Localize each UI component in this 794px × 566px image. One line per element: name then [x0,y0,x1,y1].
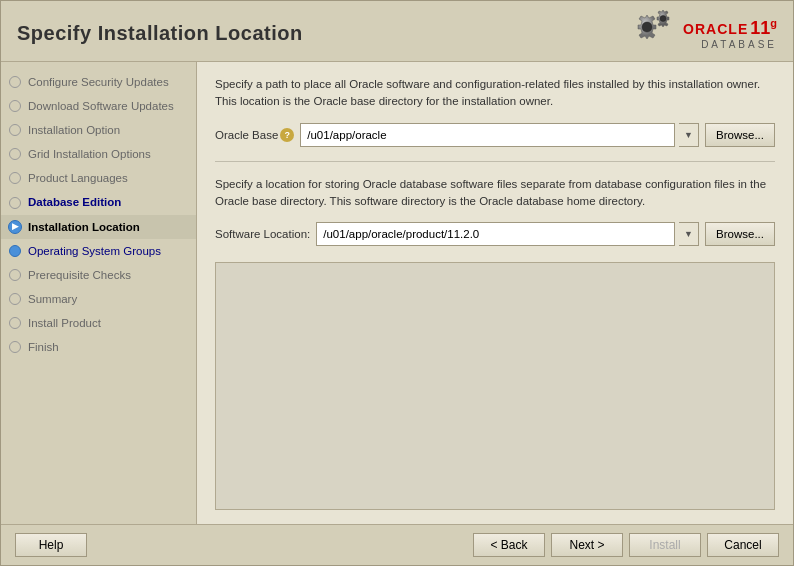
step-icon-prerequisite-checks [7,267,23,283]
software-location-section: Software Location: ▼ Browse... [215,222,775,246]
step-icon-summary [7,291,23,307]
oracle-base-dropdown[interactable]: ▼ [679,123,699,147]
sidebar-item-installation-option: Installation Option [1,118,196,142]
oracle-product: DATABASE [683,39,777,50]
sidebar: Configure Security Updates Download Soft… [1,62,197,524]
step-icon-product-languages [7,170,23,186]
software-location-input[interactable] [316,222,675,246]
nav-buttons: < Back Next > [473,533,623,557]
header: Specify Installation Location [1,1,793,61]
main-content: Configure Security Updates Download Soft… [1,61,793,524]
footer-left: Help [15,533,87,557]
sidebar-item-configure-security: Configure Security Updates [1,70,196,94]
oracle-base-section: Oracle Base ? ▼ Browse... [215,123,775,147]
software-location-browse-button[interactable]: Browse... [705,222,775,246]
cancel-button[interactable]: Cancel [707,533,779,557]
step-icon-download-software [7,98,23,114]
oracle-logo: ORACLE 11g DATABASE [629,9,777,57]
sidebar-item-grid-installation: Grid Installation Options [1,142,196,166]
oracle-brand: ORACLE [683,21,748,37]
sidebar-item-summary: Summary [1,287,196,311]
software-location-input-container: ▼ [316,222,699,246]
footer-right: < Back Next > Install Cancel [473,533,779,557]
help-button[interactable]: Help [15,533,87,557]
oracle-base-input-container: ▼ [300,123,699,147]
oracle-base-row: Oracle Base ? ▼ Browse... [215,123,775,147]
svg-point-0 [642,22,652,32]
back-button[interactable]: < Back [473,533,545,557]
next-button[interactable]: Next > [551,533,623,557]
oracle-base-browse-button[interactable]: Browse... [705,123,775,147]
section-divider [215,161,775,162]
sidebar-item-finish: Finish [1,335,196,359]
step-icon-finish [7,339,23,355]
software-location-label: Software Location: [215,228,310,240]
description-oracle-base: Specify a path to place all Oracle softw… [215,76,775,111]
software-location-row: Software Location: ▼ Browse... [215,222,775,246]
install-button[interactable]: Install [629,533,701,557]
sidebar-item-database-edition[interactable]: Database Edition [1,190,196,214]
main-window: Specify Installation Location [0,0,794,566]
page-title: Specify Installation Location [17,22,303,45]
sidebar-item-os-groups[interactable]: Operating System Groups [1,239,196,263]
step-icon-database-edition [7,195,23,211]
oracle-base-help-icon[interactable]: ? [280,128,294,142]
sidebar-item-install-product: Install Product [1,311,196,335]
content-area: Specify a path to place all Oracle softw… [197,62,793,524]
sidebar-item-installation-location: ▶ Installation Location [1,215,196,239]
step-icon-installation-location: ▶ [7,219,23,235]
footer: Help < Back Next > Install Cancel [1,524,793,565]
svg-point-1 [660,16,666,22]
oracle-base-input[interactable] [300,123,675,147]
step-icon-install-product [7,315,23,331]
log-area [215,262,775,510]
sidebar-item-prerequisite-checks: Prerequisite Checks [1,263,196,287]
dropdown-arrow-icon: ▼ [684,130,693,140]
oracle-version: 11g [750,17,777,39]
sidebar-item-product-languages: Product Languages [1,166,196,190]
description-software-location: Specify a location for storing Oracle da… [215,176,775,211]
step-icon-os-groups [7,243,23,259]
gear-icon [629,9,677,57]
dropdown-arrow2-icon: ▼ [684,229,693,239]
oracle-base-label: Oracle Base ? [215,128,294,142]
step-icon-grid-installation [7,146,23,162]
step-icon-configure-security [7,74,23,90]
step-icon-installation-option [7,122,23,138]
software-location-dropdown[interactable]: ▼ [679,222,699,246]
sidebar-item-download-software: Download Software Updates [1,94,196,118]
